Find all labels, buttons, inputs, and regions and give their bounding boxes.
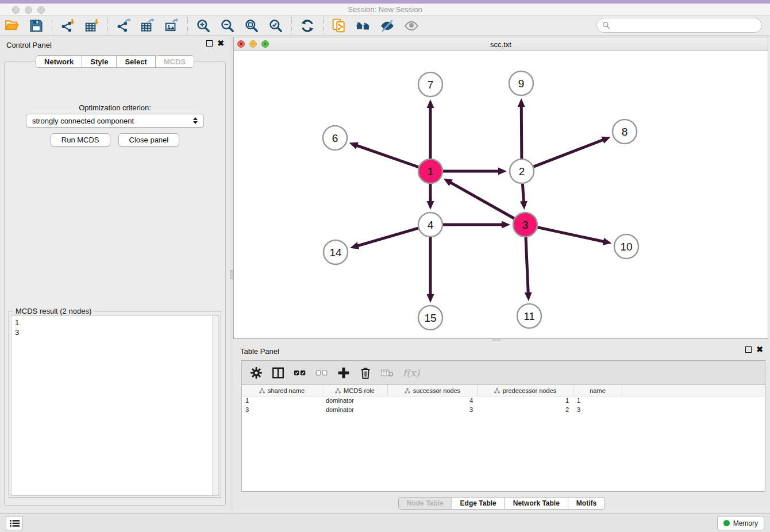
table-cell[interactable]: dominator bbox=[322, 406, 388, 415]
criterion-select[interactable]: strongly connected component bbox=[26, 114, 204, 128]
network-graph-canvas[interactable]: 7968124314101511 bbox=[234, 51, 768, 338]
toolbar-separator bbox=[187, 17, 188, 34]
column-header-MCDS-role[interactable]: MCDS role bbox=[322, 385, 388, 396]
result-scrollbar[interactable] bbox=[212, 316, 218, 495]
column-header-name[interactable]: name bbox=[573, 385, 622, 396]
graph-edge-arrowhead bbox=[518, 98, 525, 107]
select-all-checkboxes-icon[interactable] bbox=[291, 364, 309, 381]
table-cell[interactable]: 3 bbox=[242, 406, 322, 415]
window-accent-strip bbox=[0, 0, 770, 3]
close-table-panel-icon[interactable]: ✖ bbox=[756, 346, 763, 353]
table-cell[interactable]: dominator bbox=[322, 396, 388, 406]
column-layout-icon[interactable] bbox=[270, 364, 287, 381]
mcds-result-title: MCDS result (2 nodes) bbox=[13, 307, 94, 315]
export-network-icon[interactable] bbox=[115, 18, 132, 34]
column-header-successor-nodes[interactable]: successor nodes bbox=[388, 385, 478, 396]
add-column-icon[interactable] bbox=[335, 364, 352, 381]
status-bar: Memory bbox=[0, 513, 770, 532]
graph-node-label: 9 bbox=[518, 78, 525, 90]
graph-edge-arrowhead bbox=[349, 142, 359, 149]
deselect-all-checkboxes-icon[interactable] bbox=[313, 364, 330, 381]
import-network-icon[interactable] bbox=[59, 18, 76, 34]
network-window-titlebar[interactable]: × − + scc.txt bbox=[234, 37, 768, 51]
graph-edge-3-11[interactable] bbox=[526, 237, 528, 294]
zoom-selected-icon[interactable] bbox=[267, 18, 284, 34]
column-header-predecessor-nodes[interactable]: predecessor nodes bbox=[478, 385, 573, 396]
graph-edge-arrowhead bbox=[427, 294, 434, 303]
criterion-value: strongly connected component bbox=[32, 117, 134, 125]
table-cell[interactable]: 3 bbox=[388, 406, 478, 415]
apply-layout-icon[interactable] bbox=[299, 18, 316, 34]
zoom-fit-icon[interactable] bbox=[243, 18, 260, 34]
new-network-from-selection-icon[interactable] bbox=[330, 18, 348, 34]
show-all-icon[interactable] bbox=[403, 18, 420, 34]
task-history-button[interactable] bbox=[6, 516, 23, 530]
graph-node-label: 15 bbox=[424, 312, 436, 324]
table-body: 1dominator4113dominator323 bbox=[242, 396, 765, 415]
graph-edge-2-9[interactable] bbox=[521, 106, 522, 159]
control-panel: Control Panel ✖ NetworkStyleSelectMCDS O… bbox=[0, 36, 230, 509]
mcds-result-textarea[interactable]: 1 3 bbox=[11, 315, 219, 496]
memory-button[interactable]: Memory bbox=[717, 516, 764, 530]
tab-select[interactable]: Select bbox=[117, 55, 155, 68]
control-panel-title: Control Panel bbox=[6, 41, 52, 49]
float-panel-icon[interactable] bbox=[206, 40, 213, 47]
graph-edge-arrowhead bbox=[601, 137, 610, 144]
import-table-icon[interactable] bbox=[83, 18, 101, 34]
graph-edge-3-10[interactable] bbox=[538, 228, 605, 242]
graph-edge-arrowhead bbox=[427, 201, 434, 210]
save-session-icon[interactable] bbox=[28, 18, 45, 34]
table-settings-icon[interactable] bbox=[248, 364, 265, 381]
graph-edge-2-8[interactable] bbox=[534, 140, 604, 167]
table-toolbar: f(x) bbox=[242, 361, 765, 385]
zoom-out-icon[interactable] bbox=[219, 18, 236, 34]
close-panel-icon[interactable]: ✖ bbox=[217, 40, 224, 47]
table-cell[interactable]: 1 bbox=[478, 396, 573, 406]
table-header-row: shared nameMCDS rolesuccessor nodesprede… bbox=[242, 385, 765, 396]
zoom-in-icon[interactable] bbox=[195, 18, 212, 34]
table-panel: Table Panel ✖ f(x) shared nameMCDS roles… bbox=[233, 342, 770, 511]
first-neighbors-icon[interactable] bbox=[355, 18, 372, 34]
graph-edge-1-6[interactable] bbox=[356, 145, 418, 167]
hide-selected-icon[interactable] bbox=[379, 18, 396, 34]
graph-edge-arrowhead bbox=[427, 99, 434, 108]
table-row[interactable]: 3dominator323 bbox=[242, 406, 765, 415]
table-row[interactable]: 1dominator411 bbox=[242, 396, 765, 406]
graph-edge-2-3[interactable] bbox=[522, 184, 523, 202]
table-panel-title: Table Panel bbox=[240, 347, 279, 356]
tab-network[interactable]: Network bbox=[36, 55, 82, 68]
search-input[interactable] bbox=[596, 18, 762, 33]
main-toolbar bbox=[0, 16, 770, 36]
optimization-criterion-label: Optimization criterion: bbox=[5, 103, 225, 112]
export-table-icon[interactable] bbox=[139, 18, 156, 34]
graph-edge-arrowhead bbox=[525, 292, 532, 301]
delete-column-icon[interactable] bbox=[357, 364, 374, 381]
window-titlebar: Session: New Session bbox=[0, 0, 770, 16]
tab-mcds[interactable]: MCDS bbox=[156, 55, 194, 68]
run-mcds-button[interactable]: Run MCDS bbox=[51, 133, 110, 147]
network-view-window: × − + scc.txt 7968124314101511 bbox=[233, 37, 768, 339]
table-cell[interactable]: 1 bbox=[573, 396, 622, 406]
export-image-icon[interactable] bbox=[163, 18, 180, 34]
delete-table-icon[interactable] bbox=[379, 364, 396, 381]
table-cell[interactable]: 3 bbox=[573, 406, 622, 415]
float-table-panel-icon[interactable] bbox=[745, 346, 752, 353]
tab-style[interactable]: Style bbox=[82, 55, 117, 68]
graph-node-label: 8 bbox=[622, 126, 628, 138]
tab-node-table[interactable]: Node Table bbox=[398, 497, 452, 510]
node-table[interactable]: shared nameMCDS rolesuccessor nodesprede… bbox=[242, 385, 765, 491]
function-builder-icon[interactable]: f(x) bbox=[401, 364, 422, 381]
close-panel-button[interactable]: Close panel bbox=[118, 133, 180, 147]
chevron-updown-icon bbox=[193, 117, 198, 124]
graph-edge-4-14[interactable] bbox=[357, 228, 418, 246]
open-session-icon[interactable] bbox=[3, 18, 21, 34]
tab-motifs[interactable]: Motifs bbox=[568, 497, 605, 510]
tab-edge-table[interactable]: Edge Table bbox=[452, 497, 505, 510]
table-cell[interactable]: 4 bbox=[388, 396, 478, 406]
tab-network-table[interactable]: Network Table bbox=[505, 497, 568, 510]
graph-edge-3-1[interactable] bbox=[450, 182, 514, 218]
table-cell[interactable]: 2 bbox=[478, 406, 573, 415]
table-cell[interactable]: 1 bbox=[242, 396, 322, 406]
graph-edge-arrowhead bbox=[502, 221, 510, 229]
column-header-shared-name[interactable]: shared name bbox=[242, 385, 322, 396]
